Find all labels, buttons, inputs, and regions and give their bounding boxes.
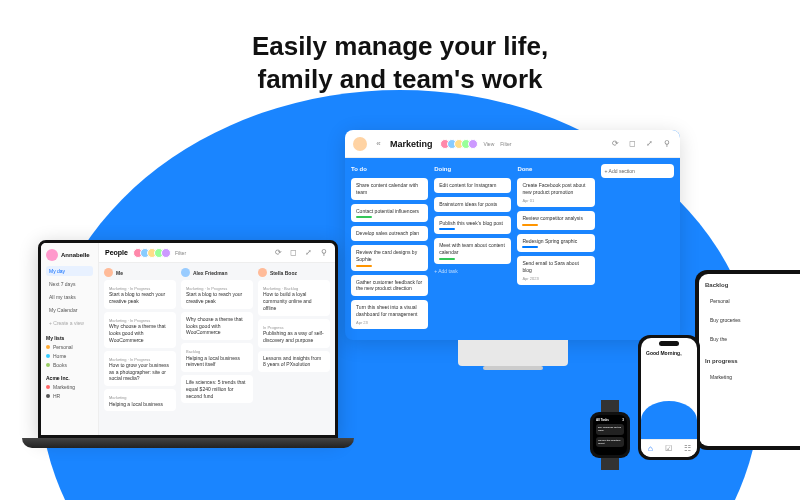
add-task-button[interactable]: + Add task bbox=[434, 268, 511, 274]
sidebar-user[interactable]: Annabelle bbox=[46, 249, 93, 261]
notifications-icon[interactable]: ◻ bbox=[627, 138, 638, 149]
phone-hero-arc bbox=[641, 401, 697, 439]
workspace-item[interactable]: Marketing bbox=[46, 384, 93, 390]
task-card[interactable]: Life sciences: 5 trends that equal $240 … bbox=[181, 375, 253, 403]
people-columns: Me Marketing · In ProgressStart a blog t… bbox=[99, 263, 335, 435]
phone-notch bbox=[659, 341, 679, 346]
nav-my-day[interactable]: My day bbox=[46, 266, 93, 276]
refresh-icon[interactable]: ⟳ bbox=[273, 247, 284, 258]
nav-all-tasks[interactable]: All my tasks bbox=[46, 292, 93, 302]
collapse-icon[interactable]: « bbox=[373, 138, 384, 149]
task-card[interactable]: In ProgressPublishing as a way of self-d… bbox=[258, 319, 330, 348]
tab-tasks-icon[interactable]: ☑ bbox=[663, 443, 674, 454]
task-card[interactable]: Send email to Sara about blogApr 2023 bbox=[517, 256, 594, 285]
page-title: People bbox=[105, 249, 128, 256]
filter-button[interactable]: Filter bbox=[175, 250, 186, 256]
board-title: Marketing bbox=[390, 139, 433, 149]
task-card[interactable]: Develop sales outreach plan bbox=[351, 226, 428, 241]
person-column: Alex Friedman Marketing · In ProgressSta… bbox=[181, 268, 253, 430]
task-card[interactable]: Marketing · In ProgressHow to grow your … bbox=[104, 351, 176, 387]
task-card[interactable]: Why choose a theme that looks good with … bbox=[181, 312, 253, 340]
task-card[interactable]: Publish this week's blog post bbox=[434, 216, 511, 235]
task-card[interactable]: Redesign Spring graphic bbox=[517, 234, 594, 253]
task-card[interactable]: Marketing bbox=[705, 370, 767, 385]
column-header: In progress bbox=[705, 356, 767, 366]
task-card[interactable]: Lessons and insights from 8 years of PXs… bbox=[258, 351, 330, 373]
column-header: To do bbox=[351, 164, 428, 174]
person-column: Stella Booz Marketing · BacklogHow to bu… bbox=[258, 268, 330, 430]
person-name: Alex Friedman bbox=[181, 268, 253, 277]
phone-tabbar: ⌂ ☑ ☷ bbox=[641, 439, 697, 457]
board-header: « Marketing View Filter ⟳ ◻ ⤢ ⚲ bbox=[345, 130, 680, 158]
task-card[interactable]: Contact potential influencers bbox=[351, 204, 428, 223]
person-name: Me bbox=[104, 268, 176, 277]
member-avatars[interactable] bbox=[443, 139, 478, 149]
user-avatar[interactable] bbox=[353, 137, 367, 151]
task-card[interactable]: Brainstorm ideas for posts bbox=[434, 197, 511, 212]
task-card[interactable]: Turn this sheet into a visual dashboard … bbox=[351, 300, 428, 329]
watch-title: All Tasks3 bbox=[596, 418, 624, 422]
search-icon[interactable]: ⚲ bbox=[318, 247, 329, 258]
view-button[interactable]: View bbox=[484, 141, 495, 147]
list-item[interactable]: Books bbox=[46, 362, 93, 368]
people-header: People Filter ⟳ ◻ ⤢ ⚲ bbox=[99, 243, 335, 263]
add-section-column: + Add section bbox=[601, 164, 674, 334]
task-card[interactable]: Marketing · In ProgressWhy choose a them… bbox=[104, 312, 176, 348]
phone: Good Morning, ⌂ ☑ ☷ bbox=[638, 335, 700, 460]
list-item[interactable]: Personal bbox=[46, 344, 93, 350]
filter-button[interactable]: Filter bbox=[500, 141, 511, 147]
watch: All Tasks3 Buy groceries for the week Re… bbox=[590, 400, 630, 470]
column-header: Doing bbox=[434, 164, 511, 174]
task-card[interactable]: Review competitor analysis bbox=[517, 211, 594, 230]
column-header: Backlog bbox=[705, 280, 767, 290]
sidebar: Annabelle My day Next 7 days All my task… bbox=[41, 243, 99, 435]
task-card[interactable]: Marketing · In ProgressStart a blog to r… bbox=[181, 280, 253, 309]
watch-task-item[interactable]: Buy groceries for the week bbox=[596, 424, 624, 435]
desktop-monitor: « Marketing View Filter ⟳ ◻ ⤢ ⚲ To do Sh… bbox=[345, 130, 680, 370]
task-card[interactable]: Buy the bbox=[705, 332, 767, 347]
kanban-board: To do Share content calendar with team C… bbox=[345, 158, 680, 340]
tablet-column: Backlog Personal Buy groceries Buy the I… bbox=[705, 280, 767, 385]
task-card[interactable]: Edit content for Instagram bbox=[434, 178, 511, 193]
task-card[interactable]: BacklogHelping a local business reinvent… bbox=[181, 343, 253, 372]
new-window-icon[interactable]: ⤢ bbox=[644, 138, 655, 149]
nav-calendar[interactable]: My Calendar bbox=[46, 305, 93, 315]
task-card[interactable]: Create Facebook post about new product p… bbox=[517, 178, 594, 207]
tab-home-icon[interactable]: ⌂ bbox=[645, 443, 656, 454]
person-column: Me Marketing · In ProgressStart a blog t… bbox=[104, 268, 176, 430]
refresh-icon[interactable]: ⟳ bbox=[610, 138, 621, 149]
section-workspace: Acme Inc. bbox=[46, 375, 93, 381]
tab-calendar-icon[interactable]: ☷ bbox=[682, 443, 693, 454]
task-card[interactable]: Meet with team about content calendar bbox=[434, 238, 511, 264]
column-done: Done Create Facebook post about new prod… bbox=[517, 164, 594, 334]
watch-task-item[interactable]: Review the quarterly report bbox=[596, 437, 624, 448]
task-card[interactable]: Gather customer feedback for the new pro… bbox=[351, 275, 428, 297]
nav-next-7-days[interactable]: Next 7 days bbox=[46, 279, 93, 289]
column-todo: To do Share content calendar with team C… bbox=[351, 164, 428, 334]
section-my-lists: My lists bbox=[46, 335, 93, 341]
column-doing: Doing Edit content for Instagram Brainst… bbox=[434, 164, 511, 334]
task-card[interactable]: Review the card designs by Sophie bbox=[351, 245, 428, 271]
new-window-icon[interactable]: ⤢ bbox=[303, 247, 314, 258]
add-section-button[interactable]: + Add section bbox=[601, 164, 674, 178]
task-card[interactable]: MarketingHelping a local business bbox=[104, 389, 176, 411]
workspace-item[interactable]: HR bbox=[46, 393, 93, 399]
hero-headline: Easily manage your life, family and team… bbox=[0, 0, 800, 95]
search-icon[interactable]: ⚲ bbox=[661, 138, 672, 149]
task-card[interactable]: Marketing · BacklogHow to build a loyal … bbox=[258, 280, 330, 316]
create-view-button[interactable]: + Create a view bbox=[46, 318, 93, 328]
task-card[interactable]: Personal bbox=[705, 294, 767, 309]
laptop: Annabelle My day Next 7 days All my task… bbox=[22, 240, 354, 448]
column-header: Done bbox=[517, 164, 594, 174]
greeting-text: Good Morning, bbox=[646, 350, 692, 356]
people-avatars[interactable] bbox=[136, 248, 171, 258]
task-card[interactable]: Share content calendar with team bbox=[351, 178, 428, 200]
person-name: Stella Booz bbox=[258, 268, 330, 277]
tablet: Backlog Personal Buy groceries Buy the I… bbox=[695, 270, 800, 450]
notifications-icon[interactable]: ◻ bbox=[288, 247, 299, 258]
task-card[interactable]: Buy groceries bbox=[705, 313, 767, 328]
task-card[interactable]: Marketing · In ProgressStart a blog to r… bbox=[104, 280, 176, 309]
list-item[interactable]: Home bbox=[46, 353, 93, 359]
